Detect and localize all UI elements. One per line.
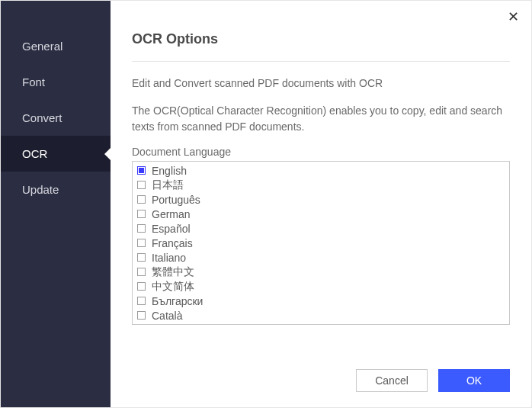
checkbox-icon[interactable] bbox=[137, 268, 146, 276]
language-item-german[interactable]: German bbox=[137, 207, 509, 221]
button-label: OK bbox=[466, 374, 482, 387]
ok-button[interactable]: OK bbox=[438, 369, 510, 392]
content-area: OCR Options Edit and Convert scanned PDF… bbox=[111, 1, 531, 355]
language-item-italian[interactable]: Italiano bbox=[137, 250, 509, 265]
language-label-text: Български bbox=[152, 295, 203, 307]
checkbox-icon[interactable] bbox=[137, 181, 146, 189]
sidebar-item-ocr[interactable]: OCR bbox=[1, 136, 111, 172]
language-item-catalan[interactable]: Català bbox=[137, 308, 509, 323]
dialog-footer: Cancel OK bbox=[111, 355, 531, 407]
language-label-text: Français bbox=[152, 237, 193, 249]
sidebar-item-label: OCR bbox=[22, 147, 47, 160]
language-label-text: 中文简体 bbox=[152, 280, 194, 294]
button-label: Cancel bbox=[375, 374, 409, 387]
sidebar-item-convert[interactable]: Convert bbox=[1, 100, 111, 136]
language-label-text: Català bbox=[152, 310, 182, 322]
close-icon: ✕ bbox=[508, 9, 519, 24]
close-button[interactable]: ✕ bbox=[505, 7, 522, 27]
sidebar-item-label: Convert bbox=[22, 111, 62, 124]
checkbox-icon[interactable] bbox=[137, 311, 146, 320]
sidebar-item-general[interactable]: General bbox=[1, 28, 111, 64]
checkbox-icon[interactable] bbox=[137, 166, 146, 175]
language-label-text: German bbox=[152, 208, 191, 220]
checkbox-icon[interactable] bbox=[137, 224, 146, 233]
page-title: OCR Options bbox=[132, 31, 510, 47]
lead-text: Edit and Convert scanned PDF documents w… bbox=[132, 77, 510, 89]
language-item-portuguese[interactable]: Português bbox=[137, 192, 509, 207]
checkbox-icon[interactable] bbox=[137, 282, 146, 291]
checkbox-icon[interactable] bbox=[137, 253, 146, 262]
checkbox-icon[interactable] bbox=[137, 239, 146, 247]
language-item-chinese-traditional[interactable]: 繁體中文 bbox=[137, 265, 509, 279]
sidebar: General Font Convert OCR Update bbox=[1, 1, 111, 407]
language-label: Document Language bbox=[132, 146, 510, 158]
language-item-chinese-simplified[interactable]: 中文简体 bbox=[137, 279, 509, 294]
checkbox-icon[interactable] bbox=[137, 210, 146, 218]
language-label-text: 繁體中文 bbox=[152, 265, 194, 279]
description-text: The OCR(Optical Character Recognition) e… bbox=[132, 103, 510, 135]
checkbox-icon[interactable] bbox=[137, 297, 146, 305]
language-label-text: Español bbox=[152, 223, 191, 235]
main-panel: ✕ OCR Options Edit and Convert scanned P… bbox=[111, 1, 531, 407]
language-item-spanish[interactable]: Español bbox=[137, 221, 509, 236]
language-label-text: Português bbox=[152, 194, 200, 206]
sidebar-item-label: Update bbox=[22, 183, 59, 196]
sidebar-item-font[interactable]: Font bbox=[1, 64, 111, 100]
cancel-button[interactable]: Cancel bbox=[356, 369, 428, 392]
checkbox-icon[interactable] bbox=[137, 195, 146, 204]
divider bbox=[132, 61, 510, 62]
sidebar-item-update[interactable]: Update bbox=[1, 172, 111, 207]
language-item-english[interactable]: English bbox=[137, 163, 509, 178]
language-label-text: English bbox=[152, 165, 187, 177]
sidebar-item-label: General bbox=[22, 40, 62, 53]
language-listbox[interactable]: English 日本語 Português German Español Fra… bbox=[132, 161, 510, 325]
language-label-text: 日本語 bbox=[152, 178, 184, 192]
language-label-text: Italiano bbox=[152, 252, 186, 264]
sidebar-item-label: Font bbox=[22, 75, 45, 88]
options-dialog: General Font Convert OCR Update ✕ OCR Op… bbox=[0, 0, 532, 408]
language-item-bulgarian[interactable]: Български bbox=[137, 294, 509, 308]
language-item-french[interactable]: Français bbox=[137, 236, 509, 250]
language-item-japanese[interactable]: 日本語 bbox=[137, 178, 509, 192]
